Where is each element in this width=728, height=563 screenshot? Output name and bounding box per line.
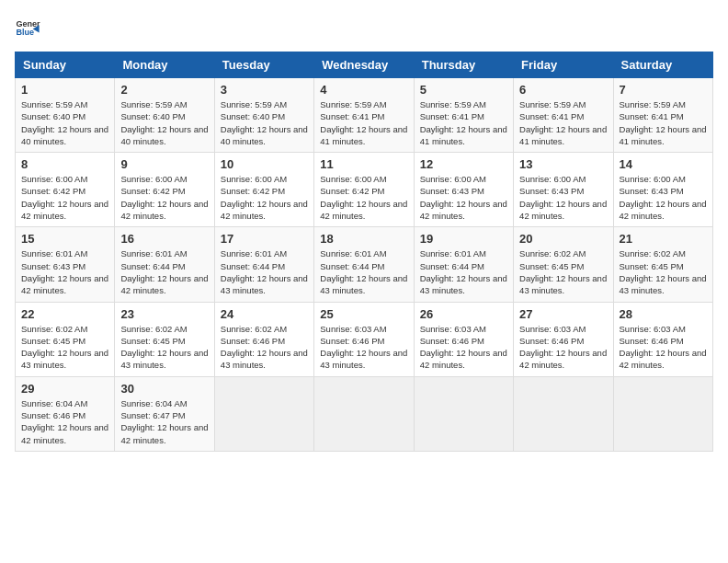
day-number: 6: [519, 83, 607, 97]
day-detail: Sunrise: 6:00 AMSunset: 6:42 PMDaylight:…: [320, 174, 407, 221]
day-detail: Sunrise: 6:00 AMSunset: 6:42 PMDaylight:…: [221, 174, 308, 221]
day-number: 17: [221, 232, 308, 246]
day-detail: Sunrise: 5:59 AMSunset: 6:40 PMDaylight:…: [21, 99, 108, 146]
day-number: 25: [320, 307, 407, 321]
day-number: 11: [320, 157, 407, 171]
day-detail: Sunrise: 6:02 AMSunset: 6:46 PMDaylight:…: [221, 324, 308, 371]
calendar-cell: 19Sunrise: 6:01 AMSunset: 6:44 PMDayligh…: [414, 227, 513, 302]
calendar-cell: 3Sunrise: 5:59 AMSunset: 6:40 PMDaylight…: [214, 78, 313, 153]
day-detail: Sunrise: 6:00 AMSunset: 6:43 PMDaylight:…: [519, 174, 607, 221]
day-number: 27: [519, 307, 607, 321]
calendar-cell: 29Sunrise: 6:04 AMSunset: 6:46 PMDayligh…: [16, 376, 115, 451]
day-number: 26: [420, 307, 507, 321]
svg-text:Blue: Blue: [16, 28, 34, 37]
day-detail: Sunrise: 6:00 AMSunset: 6:42 PMDaylight:…: [21, 174, 108, 221]
calendar-cell: 11Sunrise: 6:00 AMSunset: 6:42 PMDayligh…: [314, 153, 414, 227]
day-number: 23: [120, 307, 208, 321]
calendar-cell: [214, 376, 313, 451]
calendar-cell: 28Sunrise: 6:03 AMSunset: 6:46 PMDayligh…: [613, 302, 712, 376]
weekday-header-friday: Friday: [514, 52, 613, 78]
logo: General Blue: [15, 15, 40, 40]
weekday-header-monday: Monday: [115, 52, 214, 78]
calendar-cell: 15Sunrise: 6:01 AMSunset: 6:43 PMDayligh…: [16, 227, 115, 302]
day-number: 12: [420, 157, 507, 171]
calendar-cell: 1Sunrise: 5:59 AMSunset: 6:40 PMDaylight…: [16, 78, 115, 153]
day-detail: Sunrise: 5:59 AMSunset: 6:41 PMDaylight:…: [420, 99, 507, 146]
day-number: 7: [620, 83, 707, 97]
day-detail: Sunrise: 6:01 AMSunset: 6:43 PMDaylight:…: [21, 248, 108, 295]
calendar-cell: 14Sunrise: 6:00 AMSunset: 6:43 PMDayligh…: [613, 153, 712, 227]
day-number: 29: [21, 382, 108, 396]
day-detail: Sunrise: 5:59 AMSunset: 6:40 PMDaylight:…: [120, 99, 208, 146]
day-number: 9: [120, 157, 208, 171]
calendar-cell: [314, 376, 414, 451]
calendar-cell: 20Sunrise: 6:02 AMSunset: 6:45 PMDayligh…: [514, 227, 613, 302]
calendar-cell: [414, 376, 513, 451]
day-number: 22: [21, 307, 108, 321]
calendar-cell: 8Sunrise: 6:00 AMSunset: 6:42 PMDaylight…: [16, 153, 115, 227]
day-number: 16: [120, 232, 208, 246]
calendar-week-row: 29Sunrise: 6:04 AMSunset: 6:46 PMDayligh…: [16, 376, 713, 451]
day-number: 5: [420, 83, 507, 97]
day-detail: Sunrise: 6:03 AMSunset: 6:46 PMDaylight:…: [620, 324, 707, 371]
calendar-cell: 18Sunrise: 6:01 AMSunset: 6:44 PMDayligh…: [314, 227, 414, 302]
day-detail: Sunrise: 6:03 AMSunset: 6:46 PMDaylight:…: [519, 324, 607, 371]
day-number: 13: [519, 157, 607, 171]
calendar-cell: 6Sunrise: 5:59 AMSunset: 6:41 PMDaylight…: [514, 78, 613, 153]
day-detail: Sunrise: 6:04 AMSunset: 6:47 PMDaylight:…: [120, 398, 208, 445]
day-number: 19: [420, 232, 507, 246]
calendar-header-row: SundayMondayTuesdayWednesdayThursdayFrid…: [16, 52, 713, 78]
calendar-table: SundayMondayTuesdayWednesdayThursdayFrid…: [15, 52, 713, 452]
day-detail: Sunrise: 5:59 AMSunset: 6:41 PMDaylight:…: [620, 99, 707, 146]
calendar-cell: 16Sunrise: 6:01 AMSunset: 6:44 PMDayligh…: [115, 227, 214, 302]
calendar-cell: 10Sunrise: 6:00 AMSunset: 6:42 PMDayligh…: [214, 153, 313, 227]
calendar-cell: [514, 376, 613, 451]
calendar-cell: 30Sunrise: 6:04 AMSunset: 6:47 PMDayligh…: [115, 376, 214, 451]
page-header: General Blue: [15, 15, 713, 40]
day-number: 4: [320, 83, 407, 97]
day-detail: Sunrise: 6:02 AMSunset: 6:45 PMDaylight:…: [620, 248, 707, 295]
day-number: 1: [21, 83, 108, 97]
day-detail: Sunrise: 6:00 AMSunset: 6:43 PMDaylight:…: [620, 174, 707, 221]
calendar-cell: 9Sunrise: 6:00 AMSunset: 6:42 PMDaylight…: [115, 153, 214, 227]
calendar-week-row: 1Sunrise: 5:59 AMSunset: 6:40 PMDaylight…: [16, 78, 713, 153]
calendar-cell: 23Sunrise: 6:02 AMSunset: 6:45 PMDayligh…: [115, 302, 214, 376]
calendar-week-row: 8Sunrise: 6:00 AMSunset: 6:42 PMDaylight…: [16, 153, 713, 227]
calendar-week-row: 22Sunrise: 6:02 AMSunset: 6:45 PMDayligh…: [16, 302, 713, 376]
weekday-header-thursday: Thursday: [414, 52, 513, 78]
day-detail: Sunrise: 6:01 AMSunset: 6:44 PMDaylight:…: [120, 248, 208, 295]
day-number: 30: [120, 382, 208, 396]
day-number: 18: [320, 232, 407, 246]
day-detail: Sunrise: 6:00 AMSunset: 6:42 PMDaylight:…: [120, 174, 208, 221]
weekday-header-wednesday: Wednesday: [314, 52, 414, 78]
calendar-cell: 21Sunrise: 6:02 AMSunset: 6:45 PMDayligh…: [613, 227, 712, 302]
calendar-week-row: 15Sunrise: 6:01 AMSunset: 6:43 PMDayligh…: [16, 227, 713, 302]
calendar-cell: 5Sunrise: 5:59 AMSunset: 6:41 PMDaylight…: [414, 78, 513, 153]
day-detail: Sunrise: 6:03 AMSunset: 6:46 PMDaylight:…: [420, 324, 507, 371]
day-detail: Sunrise: 6:02 AMSunset: 6:45 PMDaylight:…: [519, 248, 607, 295]
calendar-cell: 13Sunrise: 6:00 AMSunset: 6:43 PMDayligh…: [514, 153, 613, 227]
weekday-header-saturday: Saturday: [613, 52, 712, 78]
day-number: 24: [221, 307, 308, 321]
calendar-cell: 25Sunrise: 6:03 AMSunset: 6:46 PMDayligh…: [314, 302, 414, 376]
day-detail: Sunrise: 6:02 AMSunset: 6:45 PMDaylight:…: [21, 324, 108, 371]
calendar-cell: 4Sunrise: 5:59 AMSunset: 6:41 PMDaylight…: [314, 78, 414, 153]
day-number: 14: [620, 157, 707, 171]
day-detail: Sunrise: 6:00 AMSunset: 6:43 PMDaylight:…: [420, 174, 507, 221]
calendar-cell: 2Sunrise: 5:59 AMSunset: 6:40 PMDaylight…: [115, 78, 214, 153]
day-number: 8: [21, 157, 108, 171]
day-number: 28: [620, 307, 707, 321]
weekday-header-sunday: Sunday: [16, 52, 115, 78]
day-detail: Sunrise: 6:01 AMSunset: 6:44 PMDaylight:…: [320, 248, 407, 295]
day-detail: Sunrise: 6:01 AMSunset: 6:44 PMDaylight:…: [221, 248, 308, 295]
day-detail: Sunrise: 5:59 AMSunset: 6:41 PMDaylight:…: [519, 99, 607, 146]
day-number: 3: [221, 83, 308, 97]
weekday-header-tuesday: Tuesday: [214, 52, 313, 78]
day-number: 21: [620, 232, 707, 246]
day-detail: Sunrise: 5:59 AMSunset: 6:41 PMDaylight:…: [320, 99, 407, 146]
calendar-cell: 27Sunrise: 6:03 AMSunset: 6:46 PMDayligh…: [514, 302, 613, 376]
day-detail: Sunrise: 6:02 AMSunset: 6:45 PMDaylight:…: [120, 324, 208, 371]
day-number: 20: [519, 232, 607, 246]
day-number: 2: [120, 83, 208, 97]
calendar-cell: 22Sunrise: 6:02 AMSunset: 6:45 PMDayligh…: [16, 302, 115, 376]
